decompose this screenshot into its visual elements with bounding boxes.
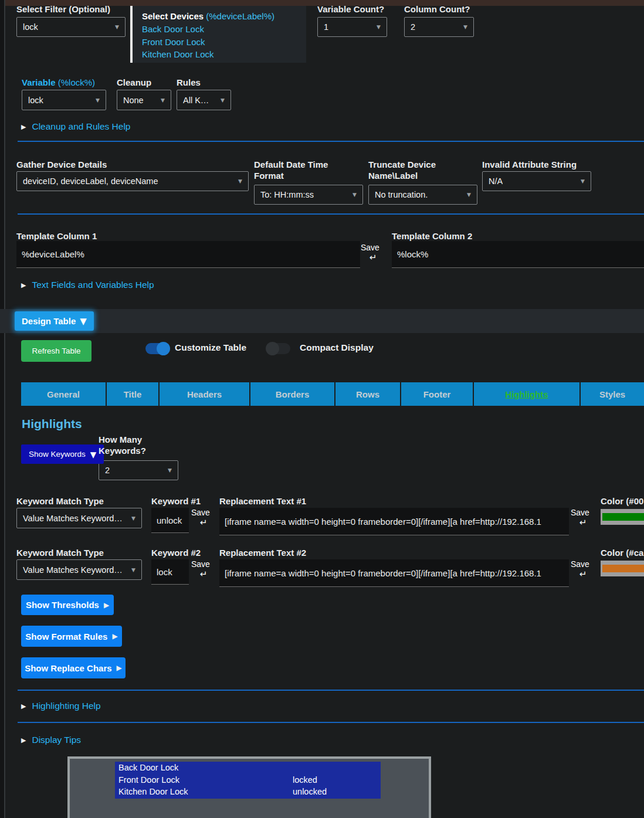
gather-details-label: Gather Device Details [16,159,107,170]
template-column2-input[interactable]: %lock% [392,241,644,268]
how-many-keywords-label: How Many Keywords? [99,434,166,456]
tab-headers[interactable]: Headers [160,382,249,406]
keyword1-color-bar [602,513,644,521]
show-format-rules-button[interactable]: Show Format Rules ▶ [21,626,122,647]
highlighting-help-link[interactable]: ▶ Highlighting Help [21,701,101,711]
gather-details-value: deviceID, deviceLabel, deviceName [23,177,158,186]
help-link-label: Cleanup and Rules Help [32,121,130,132]
show-format-rules-label: Show Format Rules [25,632,107,641]
chevron-down-icon: ▼ [463,24,467,30]
chevron-down-icon: ▼ [581,178,585,184]
truncate-dropdown[interactable]: No truncation. ▼ [368,185,477,205]
device-list-item: Kitchen Door Lock [142,48,297,61]
replacement-text1-input[interactable]: [iframe name=a width=0 height=0 framebor… [219,508,569,535]
text-fields-help-link[interactable]: ▶ Text Fields and Variables Help [21,280,154,290]
keyword2-input[interactable]: lock [151,559,189,585]
invalid-attribute-dropdown[interactable]: N/A ▼ [482,171,591,191]
save-label: Save [191,508,210,517]
variable-label: Variable (%lock%) [22,77,95,88]
selected-devices-subtitle: (%deviceLabel%) [206,11,274,21]
display-tips-link[interactable]: ▶ Display Tips [21,735,81,745]
variable-dropdown[interactable]: lock ▼ [22,90,106,110]
replacement-text1-label: Replacement Text #1 [219,495,306,507]
selected-devices-title-text: Select Devices [142,11,204,21]
chevron-down-icon: ▼ [221,97,225,103]
preview-row: Kitchen Door Lock unlocked [115,786,381,798]
keyword2-color-swatch[interactable] [601,561,644,576]
show-replace-chars-button[interactable]: Show Replace Chars ▶ [21,657,126,678]
save-label: Save [361,243,379,252]
save-label: Save [571,559,589,569]
chevron-down-icon: ▼ [90,450,96,459]
column-count-label: Column Count? [404,4,470,15]
compact-display-toggle[interactable] [267,343,290,354]
toggle-knob [266,342,279,355]
tile-builder-page: Select Filter (Optional) lock ▼ Select D… [0,0,644,818]
tab-general[interactable]: General [21,382,106,406]
cleanup-rules-help-link[interactable]: ▶ Cleanup and Rules Help [21,121,131,132]
date-format-label: Default Date Time Format [254,159,339,181]
keyword2-match-type-dropdown[interactable]: Value Matches Keyword… ▼ [16,559,142,580]
chevron-down-icon: ▼ [80,316,87,327]
tab-styles[interactable]: Styles [581,382,644,406]
replacement-text2-input[interactable]: [iframe name=a width=0 height=0 framebor… [219,559,569,587]
template-column1-label: Template Column 1 [16,230,97,242]
expand-arrow-icon: ▶ [21,281,26,289]
keyword1-color-swatch[interactable] [601,509,644,525]
rules-dropdown[interactable]: All K… ▼ [177,90,231,110]
selected-devices-title: Select Devices (%deviceLabel%) [142,10,297,23]
replacement-text2-label: Replacement Text #2 [219,547,306,558]
preview-device-name: Front Door Lock [118,774,293,786]
template-column1-input[interactable]: %deviceLabel% [16,241,360,268]
customize-table-toggle[interactable] [145,343,169,354]
date-format-dropdown[interactable]: To: HH:mm:ss ▼ [254,185,363,205]
gather-details-dropdown[interactable]: deviceID, deviceLabel, deviceName ▼ [16,171,249,191]
design-table-label: Design Table [22,316,76,326]
variable-count-value: 1 [324,22,328,32]
help-link-label: Text Fields and Variables Help [32,280,154,290]
tab-footer[interactable]: Footer [401,382,473,406]
return-icon: ↵ [200,517,208,528]
keyword2-label: Keyword #2 [151,547,201,558]
customize-table-label: Customize Table [175,342,246,353]
save-replacement2-button[interactable]: Save ↵ [571,559,589,579]
column-count-value: 2 [411,22,415,32]
tab-rows[interactable]: Rows [335,382,400,406]
refresh-table-button[interactable]: Refresh Table [21,340,91,362]
save-keyword1-button[interactable]: Save ↵ [191,508,210,528]
help-link-label: Display Tips [32,735,81,745]
save-replacement1-button[interactable]: Save ↵ [571,508,589,528]
tab-title[interactable]: Title [107,382,158,406]
highlights-heading: Highlights [22,417,82,431]
tab-borders[interactable]: Borders [250,382,334,406]
keyword1-match-type-dropdown[interactable]: Value Matches Keyword… ▼ [16,508,142,528]
chevron-down-icon: ▼ [467,192,471,198]
return-icon: ↵ [200,569,208,579]
keyword1-input[interactable]: unlock [151,508,189,533]
rules-value: All K… [183,96,209,105]
how-many-keywords-dropdown[interactable]: 2 ▼ [99,460,178,480]
select-filter-label: Select Filter (Optional) [16,4,110,15]
chevron-down-icon: ▼ [168,467,172,473]
tab-highlights[interactable]: Highlights [474,382,579,406]
cleanup-dropdown[interactable]: None ▼ [117,90,171,110]
save-template1-button[interactable]: Save ↵ [361,243,379,263]
variable-count-dropdown[interactable]: 1 ▼ [317,17,387,37]
show-keywords-button[interactable]: Show Keywords ▼ [21,444,104,464]
section-divider [18,141,644,142]
keyword-match-type-label: Keyword Match Type [16,495,104,507]
chevron-down-icon: ▼ [238,178,242,184]
expand-arrow-icon: ▶ [21,702,26,710]
variable-count-label: Variable Count? [317,4,384,15]
save-label: Save [571,508,589,517]
expand-arrow-icon: ▶ [112,632,117,640]
select-filter-dropdown[interactable]: lock ▼ [16,17,126,37]
template-column2-label: Template Column 2 [392,230,472,242]
save-keyword2-button[interactable]: Save ↵ [191,559,210,579]
variable-label-suffix: (%lock%) [58,77,95,87]
chevron-down-icon: ▼ [131,515,135,521]
column-count-dropdown[interactable]: 2 ▼ [404,17,474,37]
design-table-section-button[interactable]: Design Table ▼ [15,311,94,331]
preview-device-status: locked [293,774,317,786]
show-thresholds-button[interactable]: Show Thresholds ▶ [21,595,114,615]
